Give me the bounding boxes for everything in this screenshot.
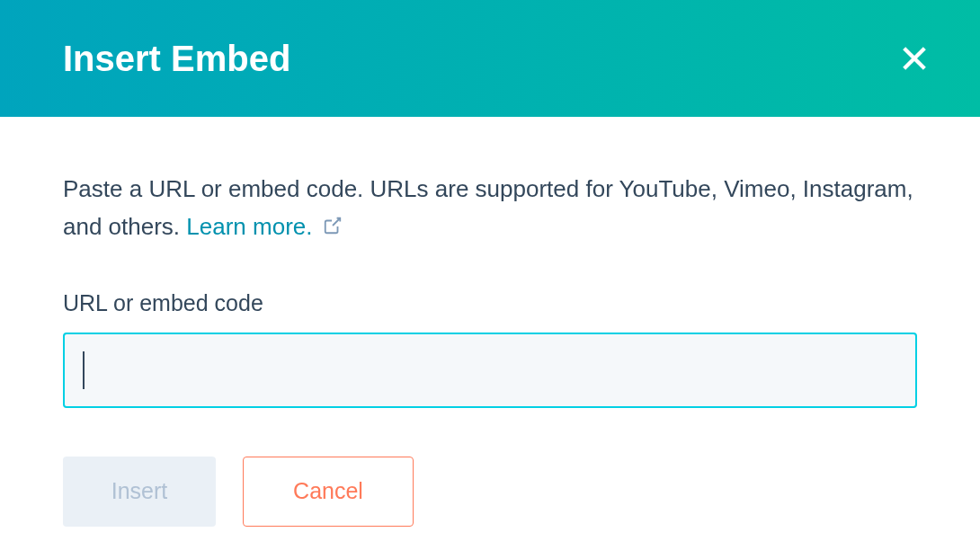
description-text: Paste a URL or embed code. URLs are supp… (63, 171, 917, 247)
button-row: Insert Cancel (63, 457, 917, 527)
modal-body: Paste a URL or embed code. URLs are supp… (0, 117, 980, 550)
external-link-icon (323, 209, 343, 247)
insert-button[interactable]: Insert (63, 457, 216, 527)
close-button[interactable] (894, 38, 935, 79)
learn-more-link[interactable]: Learn more. (186, 213, 312, 240)
modal-header: Insert Embed (0, 0, 980, 117)
text-cursor (83, 351, 85, 389)
embed-input-wrapper (63, 333, 917, 408)
cancel-button[interactable]: Cancel (243, 457, 414, 527)
embed-input[interactable] (63, 333, 917, 408)
close-icon (899, 43, 930, 74)
modal-title: Insert Embed (63, 39, 290, 79)
embed-field-label: URL or embed code (63, 290, 917, 316)
